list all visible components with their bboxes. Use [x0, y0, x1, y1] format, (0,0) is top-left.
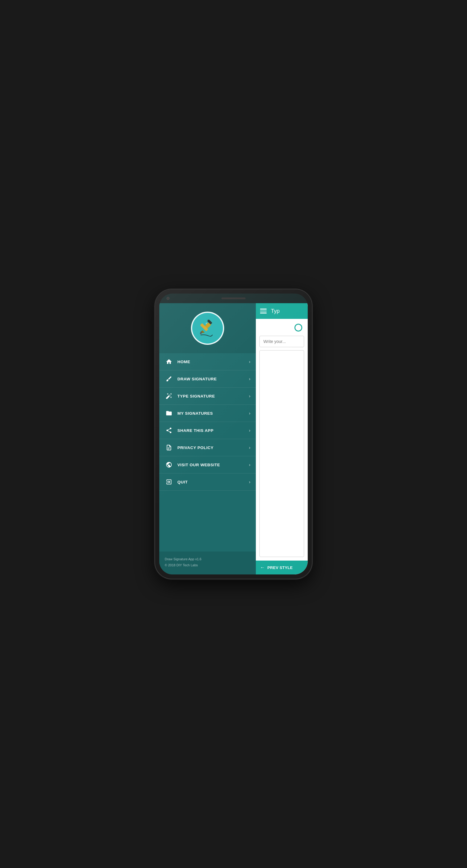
style-radio-button[interactable]	[294, 324, 302, 332]
nav-items-list: HOME › DRAW SIGNATURE ›	[159, 353, 256, 552]
style-radio-row	[259, 322, 304, 333]
toolbar-title: Typ	[271, 308, 280, 314]
share-chevron-icon: ›	[249, 428, 251, 433]
camera-icon	[167, 297, 170, 300]
exit-icon	[165, 478, 173, 486]
sidebar-item-privacy[interactable]: PRIVACY POLICY ›	[159, 439, 256, 456]
quit-chevron-icon: ›	[249, 479, 251, 484]
sidebar-item-share-label: SHARE THIS APP	[177, 428, 249, 433]
phone-frame: HOME › DRAW SIGNATURE ›	[155, 289, 312, 579]
main-content: Typ ← PREV STYLE	[256, 303, 308, 575]
prev-style-label: PREV STYLE	[267, 565, 293, 570]
sidebar-item-signatures-label: MY SIGNATURES	[177, 411, 249, 415]
share-icon	[165, 426, 173, 435]
bottom-bar: ← PREV STYLE	[256, 561, 308, 575]
sidebar: HOME › DRAW SIGNATURE ›	[159, 303, 256, 575]
app-logo	[191, 312, 224, 345]
toolbar: Typ	[256, 303, 308, 319]
globe-icon	[165, 461, 173, 469]
sidebar-item-type-label: TYPE SIGNATURE	[177, 394, 249, 398]
signature-preview-area	[259, 350, 304, 557]
screen: HOME › DRAW SIGNATURE ›	[159, 303, 308, 575]
sidebar-item-quit-label: QUIT	[177, 480, 249, 484]
type-chevron-icon: ›	[249, 394, 251, 398]
sidebar-item-home[interactable]: HOME ›	[159, 353, 256, 370]
arrow-left-icon: ←	[260, 565, 265, 570]
wand-icon	[165, 392, 173, 400]
sidebar-footer: Draw Signature App v1.6 © 2018 DIY Tech …	[159, 552, 256, 575]
sidebar-item-draw-signature[interactable]: DRAW SIGNATURE ›	[159, 370, 256, 388]
signatures-chevron-icon: ›	[249, 411, 251, 415]
draw-chevron-icon: ›	[249, 376, 251, 381]
status-bar	[159, 293, 308, 303]
sidebar-item-home-label: HOME	[177, 360, 249, 364]
copyright-label: © 2018 DIY Tech Labs	[165, 562, 251, 568]
sidebar-item-quit[interactable]: QUIT ›	[159, 473, 256, 491]
sidebar-item-website-label: VISIT OUR WEBSITE	[177, 463, 249, 467]
home-chevron-icon: ›	[249, 359, 251, 364]
content-body	[256, 319, 308, 561]
document-icon	[165, 443, 173, 452]
version-label: Draw Signature App v1.6	[165, 556, 251, 562]
pen-logo-icon	[196, 316, 220, 340]
prev-style-button[interactable]: ← PREV STYLE	[260, 565, 293, 570]
hamburger-menu-button[interactable]	[260, 309, 267, 313]
signature-text-input[interactable]	[259, 336, 304, 347]
sidebar-item-type-signature[interactable]: TYPE SIGNATURE ›	[159, 388, 256, 405]
phone-inner: HOME › DRAW SIGNATURE ›	[159, 293, 308, 575]
website-chevron-icon: ›	[249, 462, 251, 467]
sidebar-item-my-signatures[interactable]: MY SIGNATURES ›	[159, 405, 256, 422]
speaker	[222, 298, 245, 299]
privacy-chevron-icon: ›	[249, 445, 251, 450]
brush-icon	[165, 375, 173, 383]
sidebar-item-website[interactable]: VISIT OUR WEBSITE ›	[159, 456, 256, 473]
sidebar-header	[159, 303, 256, 353]
sidebar-item-share[interactable]: SHARE THIS APP ›	[159, 422, 256, 439]
sidebar-item-privacy-label: PRIVACY POLICY	[177, 445, 249, 450]
sidebar-item-draw-label: DRAW SIGNATURE	[177, 377, 249, 381]
folder-icon	[165, 409, 173, 417]
home-icon	[165, 358, 173, 366]
